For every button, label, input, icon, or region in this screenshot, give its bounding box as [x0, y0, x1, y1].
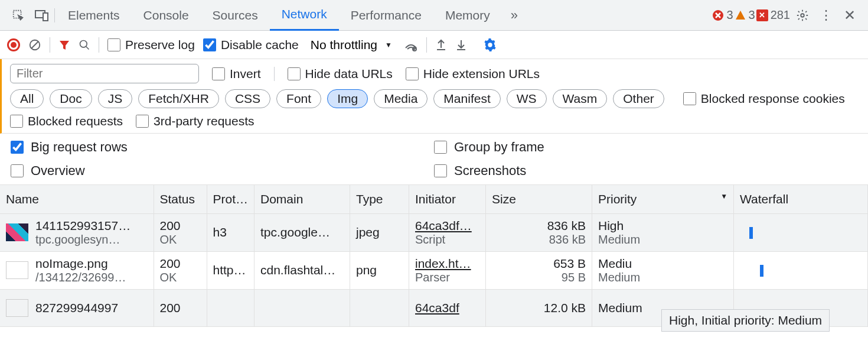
device-toggle-icon[interactable]: [31, 4, 53, 27]
priority: Mediu: [598, 257, 632, 270]
domain: [254, 289, 350, 326]
type: [350, 289, 409, 326]
domain: cdn.flashtal…: [254, 251, 350, 289]
request-name: 827299944997: [35, 301, 118, 315]
type: jpeg: [350, 213, 409, 251]
screenshots-checkbox[interactable]: Screenshots: [434, 163, 857, 179]
kebab-menu-icon[interactable]: ⋮: [815, 4, 837, 27]
type-chip-fetch-xhr[interactable]: Fetch/XHR: [138, 89, 219, 108]
domain: tpc.google…: [254, 213, 350, 251]
tab-network[interactable]: Network: [270, 0, 339, 31]
priority-tooltip: High, Initial priority: Medium: [661, 309, 830, 332]
network-conditions-icon[interactable]: [404, 38, 418, 51]
column-initiator[interactable]: Initiator: [409, 185, 486, 213]
svg-point-4: [801, 14, 804, 17]
filter-toggle-icon[interactable]: [58, 39, 70, 51]
throttling-select[interactable]: No throttling: [307, 35, 396, 54]
group-by-frame-checkbox[interactable]: Group by frame: [434, 140, 857, 155]
network-toolbar: Preserve log Disable cache No throttling: [0, 31, 868, 59]
transfer-size: 653 B: [553, 257, 586, 270]
tab-console[interactable]: Console: [132, 0, 201, 31]
status-text: OK: [160, 271, 201, 284]
devtools-tabbar: ElementsConsoleSourcesNetworkPerformance…: [0, 0, 868, 31]
inspect-icon[interactable]: [7, 4, 30, 27]
preserve-log-checkbox[interactable]: Preserve log: [107, 38, 195, 52]
initiator-type: Parser: [415, 271, 479, 284]
request-name: noImage.png: [35, 257, 126, 271]
more-tabs-icon[interactable]: »: [503, 4, 526, 27]
column-name[interactable]: Name: [0, 185, 154, 213]
type-chip-js[interactable]: JS: [98, 89, 133, 108]
type: png: [350, 251, 409, 289]
type-chip-other[interactable]: Other: [613, 89, 664, 108]
priority: Medium: [598, 301, 642, 315]
invert-checkbox[interactable]: Invert: [212, 67, 261, 81]
issues-badge[interactable]: ✕ 281: [756, 8, 790, 22]
blocked-cookies-checkbox[interactable]: Blocked response cookies: [683, 92, 845, 106]
request-thumbnail: [6, 223, 28, 241]
request-thumbnail: [6, 261, 28, 279]
filter-bar: Invert Hide data URLs Hide extension URL…: [0, 59, 868, 134]
initiator-link[interactable]: 64ca3df: [415, 301, 459, 315]
svg-rect-2: [43, 13, 48, 21]
type-chip-media[interactable]: Media: [374, 89, 428, 108]
type-chip-font[interactable]: Font: [276, 89, 321, 108]
column-prot[interactable]: Prot…: [207, 185, 254, 213]
tab-elements[interactable]: Elements: [56, 0, 132, 31]
protocol: http…: [207, 251, 254, 289]
initiator-type: Script: [415, 233, 479, 247]
initiator-link[interactable]: index.ht…: [415, 257, 471, 270]
column-type[interactable]: Type: [350, 185, 409, 213]
download-har-icon[interactable]: [455, 38, 467, 51]
options-bar: Big request rows Overview Group by frame…: [0, 134, 868, 185]
column-domain[interactable]: Domain: [254, 185, 350, 213]
type-chip-ws[interactable]: WS: [507, 89, 547, 108]
priority: High: [598, 219, 624, 232]
upload-har-icon[interactable]: [435, 38, 447, 51]
column-priority[interactable]: Priority▼: [592, 185, 734, 213]
settings-icon[interactable]: [791, 4, 814, 27]
blocked-requests-checkbox[interactable]: Blocked requests: [10, 114, 123, 128]
request-thumbnail: [6, 299, 28, 317]
type-chip-css[interactable]: CSS: [225, 89, 270, 108]
close-icon[interactable]: ✕: [838, 4, 861, 27]
column-status[interactable]: Status: [154, 185, 207, 213]
type-chip-doc[interactable]: Doc: [50, 89, 92, 108]
record-button[interactable]: [7, 38, 20, 51]
initiator-link[interactable]: 64ca3df…: [415, 219, 472, 232]
request-table: NameStatusProt…DomainTypeInitiatorSizePr…: [0, 185, 868, 327]
error-badge[interactable]: 3: [712, 8, 733, 22]
type-chip-all[interactable]: All: [10, 89, 44, 108]
clear-icon[interactable]: [28, 38, 41, 51]
type-chip-img[interactable]: Img: [327, 89, 368, 108]
waterfall-cell: [740, 219, 862, 246]
warning-badge[interactable]: 3: [735, 8, 755, 22]
column-size[interactable]: Size: [486, 185, 592, 213]
third-party-checkbox[interactable]: 3rd-party requests: [136, 114, 254, 128]
tab-memory[interactable]: Memory: [433, 0, 502, 31]
table-row[interactable]: 141152993157…tpc.googlesyn…200OKh3tpc.go…: [0, 213, 868, 251]
hide-extension-urls-checkbox[interactable]: Hide extension URLs: [406, 67, 540, 81]
overview-checkbox[interactable]: Overview: [11, 163, 434, 179]
transfer-size: 12.0 kB: [544, 301, 586, 315]
hide-data-urls-checkbox[interactable]: Hide data URLs: [288, 67, 393, 81]
big-rows-checkbox[interactable]: Big request rows: [11, 140, 434, 155]
table-row[interactable]: noImage.png/134122/32699…200OKhttp…cdn.f…: [0, 251, 868, 289]
tab-performance[interactable]: Performance: [339, 0, 433, 31]
type-chip-wasm[interactable]: Wasm: [553, 89, 608, 108]
network-settings-icon[interactable]: [484, 38, 497, 51]
request-name: 141152993157…: [35, 219, 130, 233]
search-icon[interactable]: [79, 39, 90, 51]
type-chip-manifest[interactable]: Manifest: [433, 89, 500, 108]
resource-size: 836 kB: [492, 233, 586, 247]
filter-input[interactable]: [10, 64, 199, 83]
status-text: OK: [160, 233, 201, 247]
status-code: 200: [160, 301, 181, 315]
protocol: [207, 289, 254, 326]
status-code: 200: [160, 219, 181, 232]
request-path: /134122/32699…: [35, 271, 126, 284]
request-path: tpc.googlesyn…: [35, 233, 130, 247]
column-waterfall[interactable]: Waterfall: [734, 185, 868, 213]
tab-sources[interactable]: Sources: [201, 0, 270, 31]
disable-cache-checkbox[interactable]: Disable cache: [203, 38, 299, 52]
